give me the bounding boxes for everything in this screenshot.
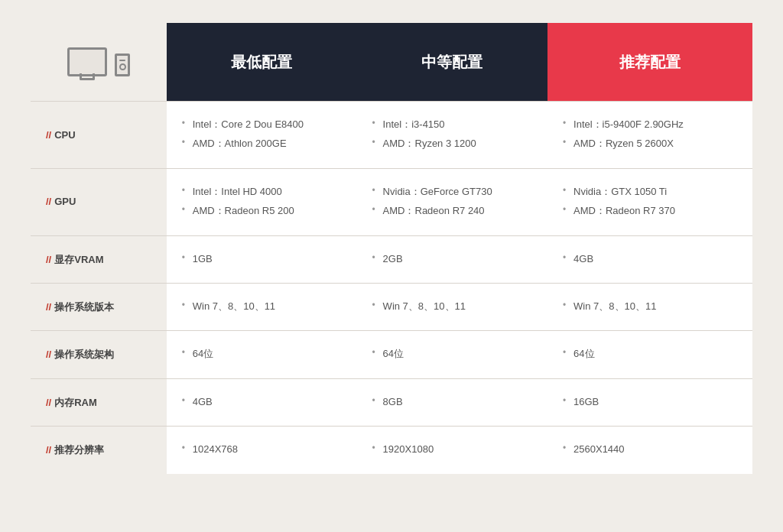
header-mid: 中等配置 bbox=[357, 23, 547, 102]
rec-cell: Nvidia：GTX 1050 TiAMD：Radeon R7 370 bbox=[547, 168, 752, 235]
tower-icon bbox=[115, 54, 130, 76]
mid-cell: Nvidia：GeForce GT730AMD：Radeon R7 240 bbox=[357, 168, 547, 235]
header-mid-label: 中等配置 bbox=[421, 54, 482, 70]
min-cell: Intel：Intel HD 4000AMD：Radeon R5 200 bbox=[167, 168, 357, 235]
header-rec: 推荐配置 bbox=[547, 23, 752, 102]
list-item: 2560X1440 bbox=[563, 440, 737, 458]
min-cell: 1024X768 bbox=[167, 427, 357, 474]
row-label-cell: //操作系统版本 bbox=[31, 283, 167, 330]
list-item: AMD：Ryzen 3 1200 bbox=[372, 135, 532, 152]
row-label: 显存VRAM bbox=[54, 254, 103, 265]
list-item: 64位 bbox=[563, 345, 737, 362]
row-label-cell: //操作系统架构 bbox=[31, 331, 167, 378]
min-cell: 64位 bbox=[167, 331, 357, 378]
header-min-label: 最低配置 bbox=[231, 54, 292, 70]
label-prefix: // bbox=[46, 349, 51, 360]
computer-illustration bbox=[49, 40, 148, 84]
list-item: Intel：i3-4150 bbox=[372, 115, 532, 133]
list-item: Win 7、8、10、11 bbox=[372, 297, 532, 315]
rec-cell: 64位 bbox=[547, 331, 752, 378]
list-item: AMD：Athlon 200GE bbox=[182, 135, 342, 152]
list-item: 1024X768 bbox=[182, 440, 342, 458]
row-label: 操作系统版本 bbox=[54, 301, 114, 313]
list-item: 64位 bbox=[372, 345, 532, 362]
list-item: 4GB bbox=[182, 393, 342, 410]
rec-cell: Intel：i5-9400F 2.90GHzAMD：Ryzen 5 2600X bbox=[547, 102, 752, 169]
row-label: 推荐分辨率 bbox=[54, 444, 104, 456]
header-min: 最低配置 bbox=[167, 23, 357, 102]
page-wrapper: 最低配置 中等配置 推荐配置 //CPUIntel：Core 2 Dou E84… bbox=[0, 0, 783, 532]
mid-cell: Intel：i3-4150AMD：Ryzen 3 1200 bbox=[357, 102, 547, 169]
min-cell: 4GB bbox=[167, 378, 357, 426]
rec-cell: 16GB bbox=[547, 378, 752, 426]
mid-cell: 8GB bbox=[357, 378, 547, 426]
list-item: Win 7、8、10、11 bbox=[563, 297, 737, 315]
row-label-cell: //CPU bbox=[31, 102, 167, 169]
label-prefix: // bbox=[46, 129, 51, 141]
label-prefix: // bbox=[46, 196, 51, 207]
list-item: 64位 bbox=[182, 345, 342, 362]
spec-table: 最低配置 中等配置 推荐配置 //CPUIntel：Core 2 Dou E84… bbox=[31, 23, 752, 474]
list-item: 4GB bbox=[563, 250, 737, 268]
mid-cell: Win 7、8、10、11 bbox=[357, 283, 547, 330]
label-prefix: // bbox=[46, 254, 51, 265]
min-cell: Intel：Core 2 Dou E8400AMD：Athlon 200GE bbox=[167, 102, 357, 169]
row-label: GPU bbox=[54, 196, 76, 207]
row-label: 内存RAM bbox=[54, 397, 97, 408]
mid-cell: 1920X1080 bbox=[357, 427, 547, 474]
list-item: Intel：Core 2 Dou E8400 bbox=[182, 115, 342, 133]
list-item: Intel：i5-9400F 2.90GHz bbox=[563, 115, 737, 133]
list-item: 8GB bbox=[372, 393, 532, 410]
list-item: Nvidia：GeForce GT730 bbox=[372, 183, 532, 200]
label-prefix: // bbox=[46, 397, 51, 408]
monitor-icon bbox=[67, 47, 107, 76]
row-label-cell: //推荐分辨率 bbox=[31, 427, 167, 474]
list-item: 1920X1080 bbox=[372, 440, 532, 458]
list-item: AMD：Radeon R5 200 bbox=[182, 202, 342, 219]
table-row: //CPUIntel：Core 2 Dou E8400AMD：Athlon 20… bbox=[31, 102, 752, 169]
min-cell: Win 7、8、10、11 bbox=[167, 283, 357, 330]
header-rec-label: 推荐配置 bbox=[619, 54, 681, 70]
row-label: CPU bbox=[54, 129, 75, 141]
list-item: AMD：Ryzen 5 2600X bbox=[563, 135, 737, 152]
computer-icon bbox=[67, 47, 130, 76]
table-row: //操作系统架构64位64位64位 bbox=[31, 331, 752, 378]
mid-cell: 64位 bbox=[357, 331, 547, 378]
list-item: 16GB bbox=[563, 393, 737, 410]
table-row: //显存VRAM1GB2GB4GB bbox=[31, 235, 752, 283]
label-prefix: // bbox=[46, 301, 51, 313]
rec-cell: Win 7、8、10、11 bbox=[547, 283, 752, 330]
list-item: 2GB bbox=[372, 250, 532, 268]
row-label: 操作系统架构 bbox=[54, 349, 114, 360]
row-label-cell: //显存VRAM bbox=[31, 235, 167, 283]
rec-cell: 4GB bbox=[547, 235, 752, 283]
header-icon-cell bbox=[31, 23, 167, 102]
table-row: //GPUIntel：Intel HD 4000AMD：Radeon R5 20… bbox=[31, 168, 752, 235]
list-item: Win 7、8、10、11 bbox=[182, 297, 342, 315]
row-label-cell: //内存RAM bbox=[31, 378, 167, 426]
table-row: //内存RAM4GB8GB16GB bbox=[31, 378, 752, 426]
table-row: //推荐分辨率1024X7681920X10802560X1440 bbox=[31, 427, 752, 474]
mid-cell: 2GB bbox=[357, 235, 547, 283]
table-row: //操作系统版本Win 7、8、10、11Win 7、8、10、11Win 7、… bbox=[31, 283, 752, 330]
list-item: Nvidia：GTX 1050 Ti bbox=[563, 183, 737, 200]
list-item: Intel：Intel HD 4000 bbox=[182, 183, 342, 200]
list-item: AMD：Radeon R7 240 bbox=[372, 202, 532, 219]
list-item: AMD：Radeon R7 370 bbox=[563, 202, 737, 219]
row-label-cell: //GPU bbox=[31, 168, 167, 235]
min-cell: 1GB bbox=[167, 235, 357, 283]
list-item: 1GB bbox=[182, 250, 342, 268]
rec-cell: 2560X1440 bbox=[547, 427, 752, 474]
label-prefix: // bbox=[46, 444, 51, 456]
